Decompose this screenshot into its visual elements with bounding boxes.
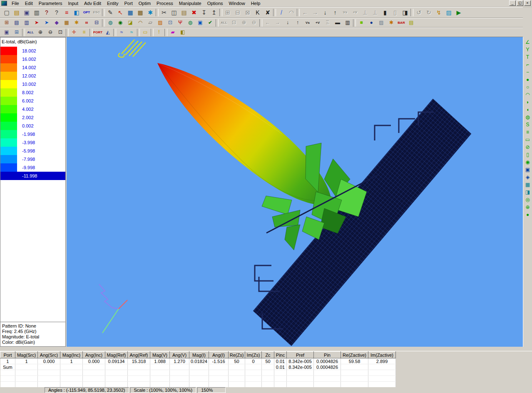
half-right-view-icon[interactable]: ◗ (524, 98, 532, 106)
wave-2-display-icon[interactable]: ≈ (127, 28, 137, 36)
sphere-mode-icon[interactable]: ◍ (524, 113, 532, 121)
s-param-display-icon[interactable]: ⊟ (92, 19, 102, 27)
port-table-header-maginc[interactable]: Mag(Inc) (60, 352, 83, 358)
pan-up-icon[interactable]: ↑ (293, 19, 303, 27)
menu-item-entity[interactable]: Entity (104, 0, 122, 7)
rotation-display-icon[interactable]: ◭ (103, 28, 113, 36)
stack-mode-icon[interactable]: ≡ (524, 128, 532, 136)
blue-box-mode-icon[interactable]: ▣ (524, 166, 532, 173)
close-button[interactable]: × (524, 0, 531, 6)
vs-display-icon[interactable]: Vs (303, 19, 313, 27)
port-table-header-pref[interactable]: Pref (287, 352, 314, 358)
crosshair-mode-icon[interactable]: ⊕ (524, 203, 532, 211)
help-icon[interactable]: ? (42, 8, 52, 17)
lightning-icon[interactable]: ↯ (434, 8, 444, 17)
sphere-icon[interactable]: ◍ (185, 19, 195, 27)
k-tool-icon[interactable]: K (253, 8, 263, 17)
level-view-icon[interactable]: − (524, 68, 532, 76)
port-table-header-angv[interactable]: Ang(V) (170, 352, 189, 358)
list-tool-icon[interactable]: ≡ (79, 28, 89, 36)
pattern-display-icon[interactable]: ◧ (72, 8, 82, 17)
arc-view-icon[interactable]: ◠ (524, 91, 532, 98)
fill-color-icon[interactable]: ▰ (168, 28, 178, 36)
port-table-header-imzs[interactable]: Im(Zs) (245, 352, 262, 358)
port-table-header-pin[interactable]: Pin (314, 352, 341, 358)
port-table-header-magv[interactable]: Mag(V) (150, 352, 170, 358)
s-curve-icon[interactable]: S (524, 121, 532, 128)
menu-item-parameters[interactable]: Parameters (36, 0, 65, 7)
delete-icon[interactable]: ✖ (189, 8, 199, 17)
port-table-header-anginc[interactable]: Ang(Inc) (83, 352, 105, 358)
zoom-window-view-icon[interactable]: ⊡ (55, 28, 65, 36)
legend-entry[interactable]: -1.998 (0, 130, 65, 138)
layer-stack-icon[interactable]: ▩ (135, 8, 145, 17)
menu-item-input[interactable]: Input (65, 0, 81, 7)
diamond-mode-icon[interactable]: ◈ (524, 173, 532, 181)
cell-dark-icon[interactable]: ▮ (380, 8, 390, 17)
copy-icon[interactable]: ◫ (169, 8, 179, 17)
legend-entry[interactable]: -7.998 (0, 155, 65, 163)
export-icon[interactable]: ↥ (209, 8, 219, 17)
port-table-header-imzactive[interactable]: Im(Zactive) (368, 352, 396, 358)
line-draw-icon[interactable]: / (276, 8, 286, 17)
pattern-3d-scene[interactable] (67, 37, 523, 347)
check-icon[interactable]: ✔ (205, 19, 215, 27)
smith-chart-icon[interactable]: ◉ (115, 19, 125, 27)
window-system-icon[interactable] (1, 1, 7, 6)
save-icon[interactable]: ▣ (22, 8, 32, 17)
restore-button[interactable]: ◱ (517, 0, 523, 6)
window-display-icon[interactable]: ▦ (125, 8, 135, 17)
menu-item-options[interactable]: Options (204, 0, 226, 7)
meter-icon[interactable]: ◨ (400, 8, 410, 17)
mesh-param-icon[interactable]: ⊞ (2, 19, 12, 27)
menu-item-process[interactable]: Process (154, 0, 176, 7)
menu-item-help[interactable]: Help (248, 0, 264, 7)
half-left-view-icon[interactable]: ◖ (524, 106, 532, 113)
polygon-list-icon[interactable]: ▤ (12, 19, 22, 27)
axis-t-icon[interactable]: T (524, 53, 532, 61)
open-icon[interactable]: ▤ (12, 8, 22, 17)
pattern-calc-icon[interactable]: ◆ (52, 19, 62, 27)
menu-item-port[interactable]: Port (122, 0, 136, 7)
port-table-header-rezactive[interactable]: Re(Zactive) (341, 352, 368, 358)
v-display-icon[interactable]: +V (313, 19, 323, 27)
notes-icon[interactable]: ▤ (406, 19, 416, 27)
legend-entry[interactable]: 14.002 (0, 63, 65, 72)
minimize-button[interactable]: _ (509, 0, 516, 6)
cut-icon[interactable]: ✂ (159, 8, 169, 17)
antenna-icon[interactable]: Ψ (175, 19, 185, 27)
shift-up-icon[interactable]: ↑ (330, 8, 340, 17)
menu-item-optim[interactable]: Optim (136, 0, 154, 7)
context-help-icon[interactable]: ? (52, 8, 62, 17)
menu-item-edit[interactable]: Edit (22, 0, 36, 7)
plane-mode-icon[interactable]: ▭ (524, 136, 532, 143)
legend-entry[interactable]: 2.002 (0, 113, 65, 122)
port-table-header-angi[interactable]: Ang(I) (209, 352, 229, 358)
draw-pen-icon[interactable]: ✎ (105, 8, 115, 17)
graph-display-icon[interactable]: ◪ (125, 19, 135, 27)
select-tool-icon[interactable]: ↖ (115, 8, 125, 17)
snowflake-icon[interactable]: ✱ (145, 8, 155, 17)
no-display-icon[interactable]: ⊘ (524, 143, 532, 151)
menu-item-manipulate[interactable]: Manipulate (176, 0, 204, 7)
menu-item-adv-edit[interactable]: Adv Edit (81, 0, 104, 7)
port-table-header-angsrc[interactable]: Ang(Src) (38, 352, 60, 358)
dot-view-icon[interactable]: ● (524, 76, 532, 83)
sheet-icon[interactable]: ▱ (145, 19, 155, 27)
legend-entry[interactable]: 12.002 (0, 72, 65, 80)
blue-dot-icon[interactable]: ● (366, 19, 376, 27)
menu-item-file[interactable]: File (9, 0, 22, 7)
zoom-in-view-icon[interactable]: ⊕ (35, 28, 45, 36)
rotate-angle-icon[interactable]: ∠ (524, 38, 532, 46)
arc-graph-icon[interactable]: ◠ (135, 19, 145, 27)
x-tool-icon[interactable]: ✘ (263, 8, 273, 17)
shade-display-icon[interactable]: ◧ (178, 28, 188, 36)
run-icon[interactable]: ▶ (454, 8, 464, 17)
port-table-header-port[interactable]: Port (0, 352, 15, 358)
port-table-header-magi[interactable]: Mag(I) (189, 352, 209, 358)
circle-view-icon[interactable]: ○ (524, 83, 532, 91)
disc-mode-icon[interactable]: ● (524, 211, 532, 218)
block-2-icon[interactable]: ▥ (343, 19, 353, 27)
legend-entry[interactable]: -11.998 (0, 172, 65, 180)
port-display-icon[interactable]: PORT (93, 28, 103, 36)
